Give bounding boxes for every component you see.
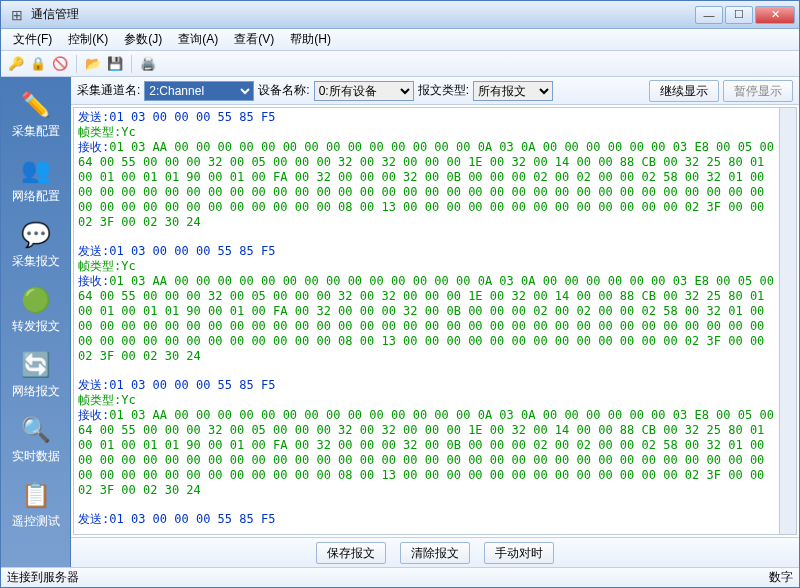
log-frametype-line: 帧类型:Yc [78, 125, 775, 140]
lock-icon[interactable]: 🔒 [29, 55, 47, 73]
sidebar-item-0[interactable]: ✏️采集配置 [6, 83, 66, 146]
sidebar-label-0: 采集配置 [12, 123, 60, 140]
print-icon[interactable]: 🖨️ [139, 55, 157, 73]
save-message-button[interactable]: 保存报文 [316, 542, 386, 564]
open-icon[interactable]: 📂 [84, 55, 102, 73]
save-icon[interactable]: 💾 [106, 55, 124, 73]
log-send-line: 发送:01 03 00 00 00 55 85 F5 [78, 110, 775, 125]
log-frametype-line: 帧类型:Yc [78, 393, 775, 408]
log-send-line: 发送:01 03 00 00 00 55 85 F5 [78, 244, 775, 259]
menu-control[interactable]: 控制(K) [60, 29, 116, 50]
log-area[interactable]: 发送:01 03 00 00 00 55 85 F5帧类型:Yc接收:01 03… [74, 108, 779, 534]
statusbar: 连接到服务器 数字 [1, 567, 799, 587]
sidebar-label-4: 网络报文 [12, 383, 60, 400]
window-title: 通信管理 [29, 6, 695, 23]
log-recv-line: 接收:01 03 AA 00 00 00 00 00 00 00 00 00 0… [78, 408, 775, 498]
log-frametype-line: 帧类型:Yc [78, 259, 775, 274]
sidebar-item-2[interactable]: 💬采集报文 [6, 213, 66, 276]
window-controls: — ☐ ✕ [695, 6, 795, 24]
sidebar-icon-5: 🔍 [20, 414, 52, 446]
log-send-line: 发送:01 03 00 00 00 55 85 F5 [78, 378, 775, 393]
maximize-button[interactable]: ☐ [725, 6, 753, 24]
app-icon: ⊞ [9, 7, 25, 23]
sidebar-icon-3: 🟢 [20, 284, 52, 316]
filter-bar: 采集通道名: 2:Channel 设备名称: 0:所有设备 报文类型: 所有报文… [71, 77, 799, 105]
sidebar-label-5: 实时数据 [12, 448, 60, 465]
device-select[interactable]: 0:所有设备 [314, 81, 414, 101]
sidebar-icon-2: 💬 [20, 219, 52, 251]
pause-display-button[interactable]: 暂停显示 [723, 80, 793, 102]
status-right: 数字 [769, 569, 793, 586]
menu-view[interactable]: 查看(V) [226, 29, 282, 50]
sidebar-item-4[interactable]: 🔄网络报文 [6, 343, 66, 406]
clear-message-button[interactable]: 清除报文 [400, 542, 470, 564]
log-recv-line: 接收:01 03 AA 00 00 00 00 00 00 00 00 00 0… [78, 140, 775, 230]
body-area: ✏️采集配置👥网络配置💬采集报文🟢转发报文🔄网络报文🔍实时数据📋遥控测试 采集通… [1, 77, 799, 567]
manual-sync-button[interactable]: 手动对时 [484, 542, 554, 564]
sidebar-icon-0: ✏️ [20, 89, 52, 121]
bottom-bar: 保存报文 清除报文 手动对时 [71, 537, 799, 567]
sidebar-label-3: 转发报文 [12, 318, 60, 335]
toolbar-separator [76, 55, 77, 73]
menu-query[interactable]: 查询(A) [170, 29, 226, 50]
sidebar-label-2: 采集报文 [12, 253, 60, 270]
toolbar-separator [131, 55, 132, 73]
menubar: 文件(F) 控制(K) 参数(J) 查询(A) 查看(V) 帮助(H) [1, 29, 799, 51]
msgtype-label: 报文类型: [418, 82, 469, 99]
device-label: 设备名称: [258, 82, 309, 99]
toolbar: 🔑 🔒 🚫 📂 💾 🖨️ [1, 51, 799, 77]
sidebar-label-6: 遥控测试 [12, 513, 60, 530]
cancel-icon[interactable]: 🚫 [51, 55, 69, 73]
channel-select[interactable]: 2:Channel [144, 81, 254, 101]
titlebar: ⊞ 通信管理 — ☐ ✕ [1, 1, 799, 29]
channel-label: 采集通道名: [77, 82, 140, 99]
msgtype-select[interactable]: 所有报文 [473, 81, 553, 101]
sidebar-item-3[interactable]: 🟢转发报文 [6, 278, 66, 341]
continue-display-button[interactable]: 继续显示 [649, 80, 719, 102]
sidebar-item-1[interactable]: 👥网络配置 [6, 148, 66, 211]
menu-params[interactable]: 参数(J) [116, 29, 170, 50]
minimize-button[interactable]: — [695, 6, 723, 24]
sidebar-icon-4: 🔄 [20, 349, 52, 381]
menu-file[interactable]: 文件(F) [5, 29, 60, 50]
main-area: 采集通道名: 2:Channel 设备名称: 0:所有设备 报文类型: 所有报文… [71, 77, 799, 567]
sidebar-icon-6: 📋 [20, 479, 52, 511]
app-window: ⊞ 通信管理 — ☐ ✕ 文件(F) 控制(K) 参数(J) 查询(A) 查看(… [0, 0, 800, 588]
sidebar-item-6[interactable]: 📋遥控测试 [6, 473, 66, 536]
menu-help[interactable]: 帮助(H) [282, 29, 339, 50]
sidebar-icon-1: 👥 [20, 154, 52, 186]
sidebar: ✏️采集配置👥网络配置💬采集报文🟢转发报文🔄网络报文🔍实时数据📋遥控测试 [1, 77, 71, 567]
close-button[interactable]: ✕ [755, 6, 795, 24]
vertical-scrollbar[interactable] [779, 108, 796, 534]
log-recv-line: 接收:01 03 AA 00 00 00 00 00 00 00 00 00 0… [78, 274, 775, 364]
log-wrap: 发送:01 03 00 00 00 55 85 F5帧类型:Yc接收:01 03… [73, 107, 797, 535]
sidebar-label-1: 网络配置 [12, 188, 60, 205]
sidebar-item-5[interactable]: 🔍实时数据 [6, 408, 66, 471]
log-send-line: 发送:01 03 00 00 00 55 85 F5 [78, 512, 775, 527]
status-left: 连接到服务器 [7, 569, 79, 586]
key-icon[interactable]: 🔑 [7, 55, 25, 73]
